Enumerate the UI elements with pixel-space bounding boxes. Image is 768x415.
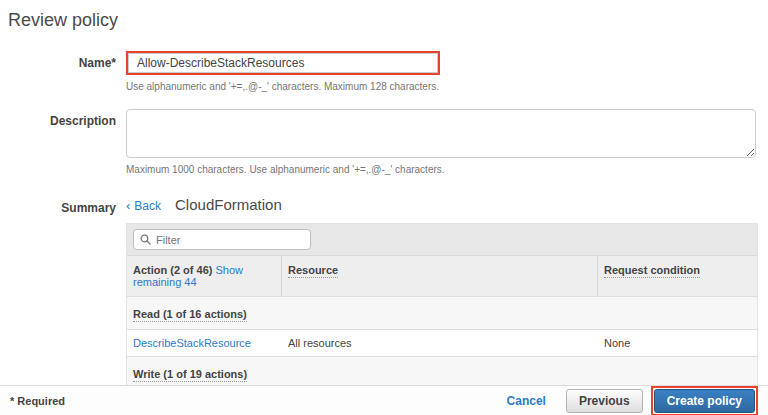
policy-description-textarea[interactable] bbox=[126, 109, 756, 158]
back-link-label: Back bbox=[134, 199, 161, 213]
name-annotation-highlight bbox=[126, 51, 440, 75]
request-condition-cell: None bbox=[598, 330, 757, 356]
service-title: CloudFormation bbox=[175, 196, 282, 213]
page-title: Review policy bbox=[8, 10, 760, 31]
required-note: * Required bbox=[10, 395, 65, 407]
column-header-action: Action (2 of 46) Show remaining 44 bbox=[127, 256, 282, 296]
column-header-resource: Resource bbox=[282, 256, 598, 296]
group-label-write: Write (1 of 19 actions) bbox=[133, 368, 247, 382]
footer-action-bar: * Required Cancel Previous Create policy bbox=[0, 385, 768, 415]
review-policy-page: Review policy Name* Use alphanumeric and… bbox=[0, 0, 768, 415]
action-link-describestackresource[interactable]: DescribeStackResource bbox=[133, 337, 251, 349]
summary-row: Summary ‹Back CloudFormation bbox=[8, 196, 760, 415]
cancel-link[interactable]: Cancel bbox=[507, 394, 546, 408]
filter-input[interactable] bbox=[156, 234, 304, 246]
resource-cell: All resources bbox=[282, 330, 598, 356]
name-label: Name* bbox=[8, 51, 126, 70]
group-row-read: Read (1 of 16 actions) bbox=[127, 296, 757, 329]
description-label: Description bbox=[8, 109, 126, 128]
chevron-left-icon: ‹ bbox=[126, 198, 130, 213]
name-help-text: Use alphanumeric and '+=,.@-_' character… bbox=[126, 81, 760, 92]
description-help-text: Maximum 1000 characters. Use alphanumeri… bbox=[126, 164, 760, 175]
create-policy-button[interactable]: Create policy bbox=[654, 389, 755, 413]
table-header-row: Action (2 of 46) Show remaining 44 Resou… bbox=[127, 255, 757, 296]
name-row: Name* Use alphanumeric and '+=,.@-_' cha… bbox=[8, 51, 760, 92]
policy-name-input[interactable] bbox=[128, 53, 438, 73]
table-row: DescribeStackResource All resources None bbox=[127, 329, 757, 356]
column-header-request-condition: Request condition bbox=[598, 256, 757, 296]
back-link[interactable]: ‹Back bbox=[126, 198, 161, 213]
filter-box[interactable] bbox=[133, 229, 311, 250]
description-row: Description Maximum 1000 characters. Use… bbox=[8, 109, 760, 175]
filter-bar bbox=[127, 224, 757, 255]
summary-label: Summary bbox=[8, 196, 126, 215]
previous-button[interactable]: Previous bbox=[566, 389, 643, 413]
create-policy-annotation-highlight: Create policy bbox=[651, 386, 758, 415]
group-label-read: Read (1 of 16 actions) bbox=[133, 308, 247, 322]
search-icon bbox=[140, 234, 151, 245]
